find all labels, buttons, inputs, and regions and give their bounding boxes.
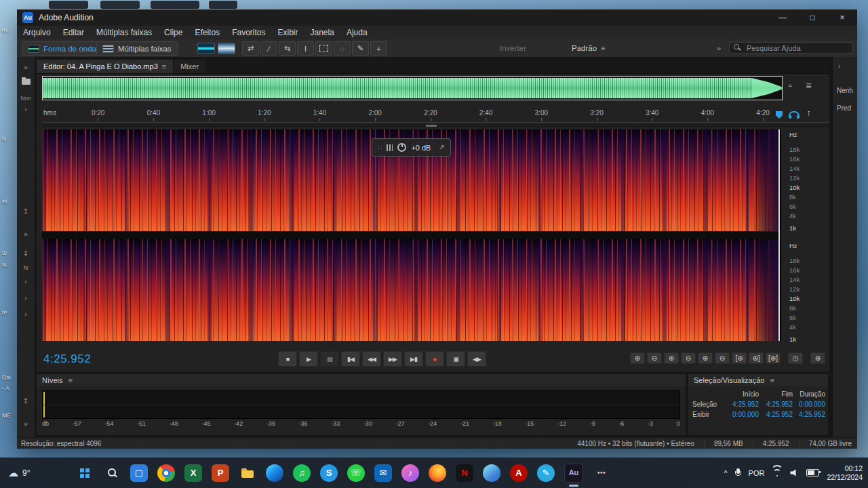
overview-list-icon[interactable]: ≣ <box>806 81 812 90</box>
right-dock-chevron-icon[interactable]: › <box>838 62 840 70</box>
close-button[interactable]: × <box>827 9 857 26</box>
taskbar-edge-icon[interactable] <box>266 464 283 482</box>
hud-pin-icon[interactable]: ↗ <box>438 143 444 152</box>
hud-grip-icon[interactable]: ∷ <box>378 144 382 151</box>
selection-panel-header[interactable]: Seleção/Visualização ≡ <box>688 374 828 386</box>
pause-button[interactable]: ▮▮ <box>320 351 339 367</box>
view-start-value[interactable]: 0:00.000 <box>725 411 759 418</box>
levels-panel-header[interactable]: Níveis ≡ <box>37 374 686 386</box>
overview-zoom-icon[interactable]: ≈ <box>788 81 792 89</box>
marquee-selection-tool[interactable] <box>315 41 332 56</box>
chevron-right-icon[interactable]: › <box>17 294 35 302</box>
battery-icon[interactable] <box>806 469 819 476</box>
zoom-out-time-button[interactable]: ⊖ <box>681 352 696 364</box>
taskbar-powerpoint-icon[interactable]: P <box>212 464 229 482</box>
panel-menu-icon[interactable]: ≡ <box>770 376 774 384</box>
playhead-marker-icon[interactable] <box>776 111 783 119</box>
folder-icon[interactable] <box>17 79 35 86</box>
menu-item-favoritos[interactable]: Favoritos <box>226 28 271 37</box>
minimize-button[interactable]: — <box>768 9 797 26</box>
chevron-right-icon[interactable]: › <box>17 106 35 113</box>
zoom-navigator-strip[interactable] <box>42 124 829 127</box>
play-button[interactable]: ▶ <box>299 351 318 367</box>
view-duration-value[interactable]: 4:25.952 <box>793 411 825 418</box>
razor-tool[interactable]: ∕ <box>260 41 277 56</box>
export-icon[interactable]: ↥ <box>17 397 35 405</box>
menu-item-editar[interactable]: Editar <box>57 28 90 37</box>
menu-item-efeitos[interactable]: Efeitos <box>189 28 226 37</box>
taskbar-excel-icon[interactable]: X <box>184 464 202 482</box>
tray-expand-chevron-icon[interactable]: ^ <box>724 469 727 477</box>
menu-item-janela[interactable]: Janela <box>304 28 340 37</box>
zoom-out-amplitude-button[interactable]: ⊖ <box>715 352 730 364</box>
spot-healing-brush-tool[interactable]: + <box>370 41 387 56</box>
menu-item-clipe[interactable]: Clipe <box>158 28 189 37</box>
menu-item-exibir[interactable]: Exibir <box>271 28 304 37</box>
multitrack-view-button[interactable]: Múltiplas faixas <box>96 41 178 56</box>
taskbar-audition-icon[interactable]: Au <box>564 464 583 483</box>
zoom-in-time-button[interactable]: ⊕ <box>664 352 679 364</box>
taskbar-copilot-icon[interactable] <box>483 464 500 482</box>
taskbar-start-icon[interactable] <box>76 464 94 482</box>
paintbrush-selection-tool[interactable]: ✎ <box>352 41 369 56</box>
chevron-right-icon[interactable]: › <box>17 278 35 285</box>
maximize-button[interactable]: □ <box>797 9 827 26</box>
stop-button[interactable]: ■ <box>278 351 297 367</box>
time-selection-tool[interactable]: I <box>297 41 314 56</box>
headphones-icon[interactable] <box>789 111 800 118</box>
spectral-display[interactable]: ∷ +0 dB ↗ <box>42 129 781 341</box>
selection-end-value[interactable]: 4:25.952 <box>759 401 793 408</box>
skip-to-start-button[interactable]: ▮◀ <box>341 351 360 367</box>
weather-widget[interactable]: ☁ 9° <box>8 458 30 488</box>
zoom-out-button[interactable]: ⊖ <box>647 352 662 364</box>
selection-start-value[interactable]: 4:25.952 <box>725 401 759 408</box>
taskbar-search-icon[interactable] <box>103 464 121 482</box>
taskbar-more-icon[interactable]: ⋯ <box>593 464 610 482</box>
chevron-right-icon[interactable]: › <box>17 310 35 318</box>
taskbar-paint-icon[interactable]: ✎ <box>537 464 555 482</box>
spectral-display-toggle[interactable] <box>197 43 215 54</box>
volume-hud[interactable]: ∷ +0 dB ↗ <box>372 138 451 157</box>
fast-forward-button[interactable]: ▶▶ <box>383 351 402 367</box>
rewind-button[interactable]: ◀◀ <box>362 351 381 367</box>
menu-item-arquivo[interactable]: Arquivo <box>17 28 57 37</box>
right-dock-item-pred[interactable]: Pred <box>837 104 851 112</box>
time-display[interactable]: 4:25.952 <box>43 352 91 366</box>
left-dock-expand-icon[interactable]: » <box>17 230 35 238</box>
menu-item-ajuda[interactable]: Ajuda <box>340 28 374 37</box>
timer-button[interactable]: ◷ <box>788 352 803 364</box>
time-shift-tool[interactable]: ⇄ <box>242 41 259 56</box>
clock[interactable]: 00:12 22/12/2024 <box>827 464 863 482</box>
taskbar-acrobat-icon[interactable]: A <box>510 464 528 482</box>
taskbar-explorer-icon[interactable] <box>239 464 256 482</box>
workspace-selector[interactable]: Padrão ≡ <box>572 44 606 52</box>
toolbar-overflow-chevron[interactable]: » <box>717 44 721 52</box>
download-icon[interactable]: ↧ <box>17 249 35 257</box>
taskbar-netflix-icon[interactable]: N <box>456 464 473 482</box>
taskbar-outlook-icon[interactable]: ✉ <box>374 464 392 482</box>
menu-item-mu-ltiplas-faixas[interactable]: Múltiplas faixas <box>90 28 158 37</box>
left-dock-expand-icon[interactable]: » <box>17 420 35 428</box>
left-dock-expand-icon[interactable]: » <box>17 64 35 71</box>
taskbar-skype-icon[interactable]: S <box>320 464 338 482</box>
timeline-ruler[interactable]: hms ⊺ 0:200:401:001:201:402:002:202:403:… <box>42 106 829 123</box>
copy-button[interactable]: ▣ <box>446 351 465 367</box>
tab-editor[interactable]: Editor: 04. A Pinga E O Diabo.mp3 ≡ <box>37 60 174 73</box>
microphone-icon[interactable] <box>735 468 741 477</box>
language-indicator[interactable]: POR <box>749 469 765 477</box>
playhead-line[interactable] <box>778 129 780 341</box>
view-end-value[interactable]: 4:25.952 <box>759 411 793 418</box>
panel-menu-icon[interactable]: ≡ <box>162 62 166 70</box>
waveform-display-toggle[interactable] <box>218 43 235 54</box>
waveform-view-button[interactable]: Forma de onda <box>22 41 102 56</box>
taskbar-photos-icon[interactable]: ▢ <box>130 464 148 482</box>
tab-mixer[interactable]: Mixer <box>174 60 206 73</box>
hud-gain-value[interactable]: +0 dB <box>411 144 431 152</box>
skip-to-end-button[interactable]: ▶▮ <box>404 351 423 367</box>
zoom-in-button[interactable]: ⊕ <box>630 352 645 364</box>
spectrogram-right-channel[interactable] <box>42 239 780 341</box>
taskbar-spotify-icon[interactable]: ♫ <box>293 464 311 482</box>
lasso-selection-tool[interactable]: ◌ <box>334 41 351 56</box>
volume-knob-icon[interactable] <box>397 143 406 152</box>
zoom-in-amplitude-button[interactable]: ⊕ <box>698 352 713 364</box>
